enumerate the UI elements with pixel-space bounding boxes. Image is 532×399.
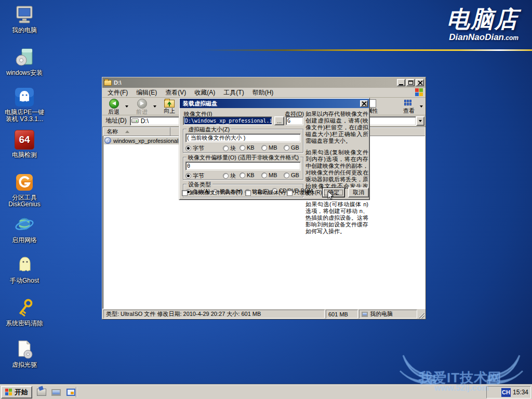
desktop-icon-pc-check[interactable]: 64 电脑检测 [2,129,47,158]
desktop-icon-label: 启用网络 [2,237,47,244]
forward-dropdown[interactable] [152,98,158,115]
back-dropdown[interactable] [124,98,130,115]
iso-file-icon [104,137,111,144]
show-desktop-icon[interactable] [36,387,47,398]
readonly-media-checkbox[interactable]: 只读媒体(R) [287,189,322,196]
clock[interactable]: 15:34 [513,389,528,396]
menu-view[interactable]: 查看(V) [161,88,190,98]
size-unit-bytes-radio[interactable]: 字节 [185,144,204,152]
dialog-titlebar[interactable]: 装载虚拟磁盘 [180,99,369,108]
menu-help[interactable]: 帮助(H) [248,88,278,98]
up-folder-icon [164,100,175,108]
size-unit-blocks-radio[interactable]: 块 [223,144,236,152]
copy-to-memory-checkbox[interactable]: 复制映像文件到内存(T) [182,189,243,196]
sort-asc-icon [125,130,129,133]
status-bar: 类型: UltraISO 文件 修改日期: 2010-4-29 20:27 大小… [102,309,425,319]
radio-selected-icon [185,145,191,151]
menu-bar: 文件(F) 编辑(E) 查看(V) 收藏(A) 工具(T) 帮助(H) [102,88,425,98]
windows-install-icon [14,47,35,69]
offset-unit-gb-radio[interactable]: GB [284,172,299,178]
views-grid-icon [404,100,414,108]
close-button[interactable] [416,79,424,86]
taskbar-separator [76,387,77,397]
desktop: 电脑店 DianNaoDian.com 我的电脑 windows安装 电脑店PE… [0,0,532,399]
radio-icon [223,145,229,151]
menu-edit[interactable]: 编辑(E) [132,88,161,98]
removable-media-checkbox[interactable]: 可移动媒体(V) [245,189,285,196]
dialog-title: 装载虚拟磁盘 [183,100,359,108]
resize-grip[interactable] [418,310,424,318]
image-file-input[interactable]: D:\windows_xp_professional.iso [183,116,272,125]
status-info: 类型: UltraISO 文件 修改日期: 2010-4-29 20:27 大小… [103,310,325,318]
status-size: 601 MB [326,310,358,318]
radio-selected-icon [185,173,191,179]
radio-icon [240,172,245,178]
desktop-icon-label: windows安装 [2,70,47,76]
radio-icon [223,173,229,179]
dialog-body: 映像文件(I) 盘符(D) D:\windows_xp_professional… [181,109,368,198]
maximize-button[interactable] [406,79,415,86]
chevron-down-icon [419,120,422,122]
windows-logo-icon [415,88,423,97]
desktop-icon-label: 系统密码清除 [2,320,47,327]
my-computer-launch-icon[interactable] [50,387,62,398]
radio-icon [284,172,289,178]
start-button[interactable]: 开始 [1,386,32,398]
chevron-down-icon [420,105,423,108]
address-value: D:\ [141,117,149,125]
forward-icon [137,99,147,109]
views-dropdown[interactable] [418,98,424,115]
device-type-label: 设备类型 [187,181,212,189]
desktop-icon-pe-installer[interactable]: 电脑店PE一键装机 V3.3.1... [2,86,47,123]
desktop-icon-windows-install[interactable]: windows安装 [2,47,47,76]
desktop-icon-label: 虚拟光驱 [2,362,47,368]
64-badge-icon: 64 [14,129,35,151]
desktop-icon-password-clear[interactable]: 系统密码清除 [2,297,47,327]
disk-size-group: 虚拟磁盘大小(Z) ( 当前映像文件的大小 ) 字节 块 KB MB GB [183,129,303,153]
menu-favorites[interactable]: 收藏(A) [190,88,219,98]
radio-icon [240,145,245,151]
menu-tools[interactable]: 工具(T) [219,88,248,98]
back-button[interactable]: 后退 [104,98,123,115]
browse-button[interactable]: ... [274,116,284,125]
minimize-icon [399,84,403,85]
size-unit-kb-radio[interactable]: KB [240,144,255,151]
cancel-button[interactable]: 取消 [348,188,369,197]
my-computer-icon [14,4,35,26]
display-settings-icon[interactable] [65,387,76,398]
language-indicator[interactable]: CH [501,388,511,397]
column-header-name[interactable]: 名称 [103,127,170,136]
desktop-icon-manual-ghost[interactable]: 手动Ghost [2,255,47,284]
size-unit-mb-radio[interactable]: MB [261,144,277,151]
quick-launch [34,387,78,398]
disk-size-input[interactable]: ( 当前映像文件的大小 ) [185,134,301,142]
offset-unit-bytes-radio[interactable]: 字节 [185,172,204,180]
explorer-titlebar[interactable]: D:\ [102,77,425,88]
key-icon [14,297,35,319]
checkbox-icon [245,190,251,196]
forward-button[interactable]: 前进 [132,98,151,115]
maximize-icon [408,81,413,85]
size-unit-gb-radio[interactable]: GB [284,144,299,151]
address-dropdown-button[interactable] [416,116,424,126]
minimize-button[interactable] [397,79,405,86]
system-tray: CH 15:34 [486,386,531,398]
offset-unit-blocks-radio[interactable]: 块 [223,172,236,180]
desktop-icon-my-computer[interactable]: 我的电脑 [2,4,47,34]
views-button[interactable]: 查看 [400,98,418,115]
desktop-icon-enable-network[interactable]: 启用网络 [2,214,47,244]
dialog-close-button[interactable] [360,100,368,107]
drive-letter-input[interactable]: G [286,116,303,125]
offset-input[interactable]: 0 [185,162,301,170]
virtual-drive-icon [14,339,35,361]
menu-file[interactable]: 文件(F) [103,88,132,98]
my-computer-small-icon [362,312,368,317]
offset-unit-mb-radio[interactable]: MB [261,172,277,178]
desktop-icon-label: 分区工具 DiskGenius [2,194,47,208]
window-title: D:\ [114,79,396,86]
offset-unit-kb-radio[interactable]: KB [240,172,255,178]
desktop-icon-virtual-drive[interactable]: 虚拟光驱 [2,339,47,368]
up-button[interactable]: 向上 [161,98,178,115]
desktop-icon-diskgenius[interactable]: 分区工具 DiskGenius [2,171,47,208]
mouse-cursor [327,191,335,203]
